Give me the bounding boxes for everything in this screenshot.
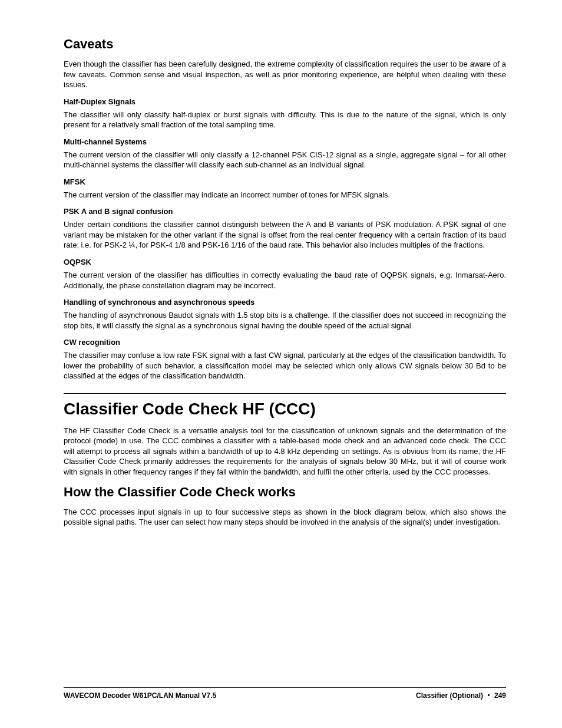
footer-left: WAVECOM Decoder W61PC/LAN Manual V7.5 xyxy=(64,691,216,700)
body-psk-ab: Under certain conditions the classifier … xyxy=(64,219,506,251)
subheading-cw: CW recognition xyxy=(64,338,506,347)
body-multi-channel: The current version of the classifier wi… xyxy=(64,150,506,170)
subheading-sync-async: Handling of synchronous and asynchronous… xyxy=(64,298,506,307)
heading-caveats: Caveats xyxy=(64,37,506,52)
footer-bullet-icon: • xyxy=(483,691,494,700)
how-works-body: The CCC processes input signals in up to… xyxy=(64,507,506,528)
page-content: Caveats Even though the classifier has b… xyxy=(0,0,562,528)
body-cw: The classifier may confuse a low rate FS… xyxy=(64,350,506,381)
footer-section: Classifier (Optional) xyxy=(416,691,483,700)
body-half-duplex: The classifier will only classify half-d… xyxy=(64,110,506,130)
subheading-half-duplex: Half-Duplex Signals xyxy=(64,97,506,106)
heading-how-works: How the Classifier Code Check works xyxy=(64,485,506,500)
footer-right: Classifier (Optional) • 249 xyxy=(416,691,506,700)
footer-page-number: 249 xyxy=(494,691,506,700)
subheading-mfsk: MFSK xyxy=(64,177,506,186)
ccc-intro: The HF Classifier Code Check is a versat… xyxy=(64,426,506,477)
heading-ccc: Classifier Code Check HF (CCC) xyxy=(64,393,506,419)
body-oqpsk: The current version of the classifier ha… xyxy=(64,270,506,291)
subheading-oqpsk: OQPSK xyxy=(64,258,506,266)
body-mfsk: The current version of the classifier ma… xyxy=(64,190,506,200)
body-sync-async: The handling of asynchronous Baudot sign… xyxy=(64,310,506,331)
subheading-multi-channel: Multi-channel Systems xyxy=(64,137,506,146)
page-footer: WAVECOM Decoder W61PC/LAN Manual V7.5 Cl… xyxy=(64,687,506,700)
caveats-intro: Even though the classifier has been care… xyxy=(64,59,506,90)
subheading-psk-ab: PSK A and B signal confusion xyxy=(64,207,506,216)
